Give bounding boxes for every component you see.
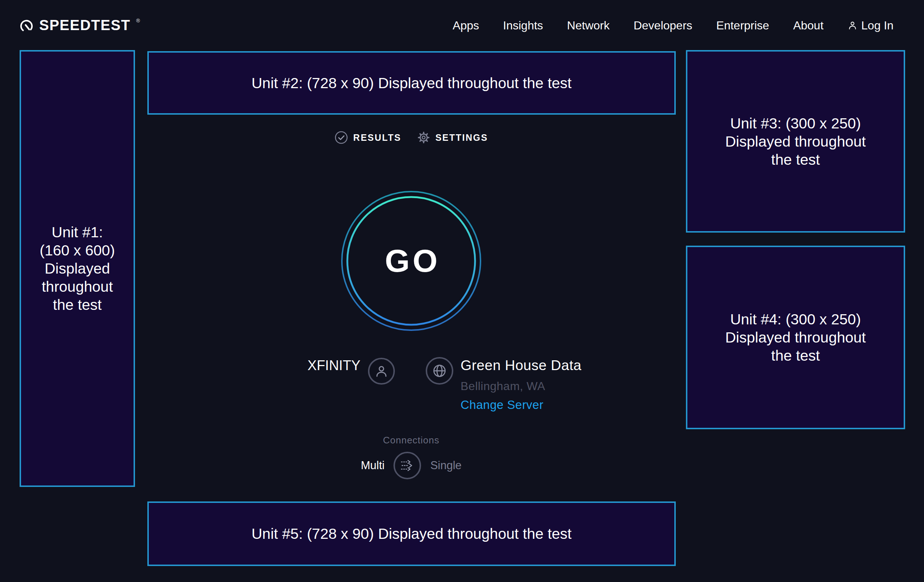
nav-item-apps[interactable]: Apps	[452, 19, 479, 32]
speedtest-page: SPEEDTEST ® Apps Insights Network Develo…	[0, 0, 924, 582]
logo-trademark: ®	[136, 18, 140, 23]
login-label: Log In	[861, 19, 894, 32]
gear-icon	[417, 131, 431, 144]
isp-ip-redacted	[283, 381, 360, 391]
settings-label: SETTINGS	[436, 132, 488, 143]
connections-multi-option[interactable]: Multi	[361, 459, 384, 472]
globe-icon	[432, 363, 447, 379]
top-nav: SPEEDTEST ® Apps Insights Network Develo…	[19, 0, 894, 51]
nav-links: Apps Insights Network Developers Enterpr…	[452, 19, 894, 32]
ad-unit-1[interactable]: Unit #1: (160 x 600) Displayed throughou…	[20, 50, 135, 487]
isp-name: XFINITY	[254, 358, 360, 373]
go-button[interactable]: GO	[338, 188, 484, 333]
ad-unit-3-text: Unit #3: (300 x 250) Displayed throughou…	[725, 114, 866, 169]
person-icon	[374, 364, 389, 378]
ad-unit-1-text: Unit #1: (160 x 600) Displayed throughou…	[40, 223, 115, 314]
connections-single-option[interactable]: Single	[431, 459, 462, 472]
server-name: Green House Data	[460, 358, 581, 373]
nav-item-about[interactable]: About	[793, 19, 823, 32]
tabs-bar: RESULTS SETTINGS	[334, 130, 488, 144]
nav-item-network[interactable]: Network	[567, 19, 609, 32]
check-circle-icon	[334, 130, 348, 144]
go-label: GO	[338, 188, 484, 333]
person-icon	[847, 20, 858, 30]
settings-tab[interactable]: SETTINGS	[417, 131, 488, 144]
server-location: Bellingham, WA	[460, 379, 545, 393]
nav-item-developers[interactable]: Developers	[634, 19, 693, 32]
ad-unit-5-text: Unit #5: (728 x 90) Displayed throughout…	[251, 525, 572, 543]
nav-item-enterprise[interactable]: Enterprise	[716, 19, 769, 32]
results-tab[interactable]: RESULTS	[334, 130, 401, 144]
isp-avatar-circle	[368, 358, 395, 385]
login-button[interactable]: Log In	[847, 19, 894, 32]
ad-unit-4-text: Unit #4: (300 x 250) Displayed throughou…	[725, 310, 866, 364]
connections-label: Connections	[383, 435, 439, 446]
multi-connections-icon	[398, 456, 417, 475]
logo-text: SPEEDTEST	[39, 17, 130, 33]
server-globe-circle	[426, 357, 453, 385]
ad-unit-5[interactable]: Unit #5: (728 x 90) Displayed throughout…	[147, 501, 676, 566]
connections-toggle[interactable]	[394, 452, 421, 479]
ad-unit-2-text: Unit #2: (728 x 90) Displayed throughout…	[251, 74, 572, 92]
results-label: RESULTS	[353, 132, 401, 143]
ad-unit-4[interactable]: Unit #4: (300 x 250) Displayed throughou…	[686, 246, 905, 429]
speedometer-icon	[19, 18, 34, 34]
nav-item-insights[interactable]: Insights	[503, 19, 543, 32]
connections-row: Multi Single	[361, 452, 462, 479]
ad-unit-3[interactable]: Unit #3: (300 x 250) Displayed throughou…	[686, 50, 905, 232]
speedtest-logo[interactable]: SPEEDTEST ®	[19, 17, 140, 34]
change-server-link[interactable]: Change Server	[460, 398, 543, 412]
ad-unit-2[interactable]: Unit #2: (728 x 90) Displayed throughout…	[147, 51, 676, 115]
